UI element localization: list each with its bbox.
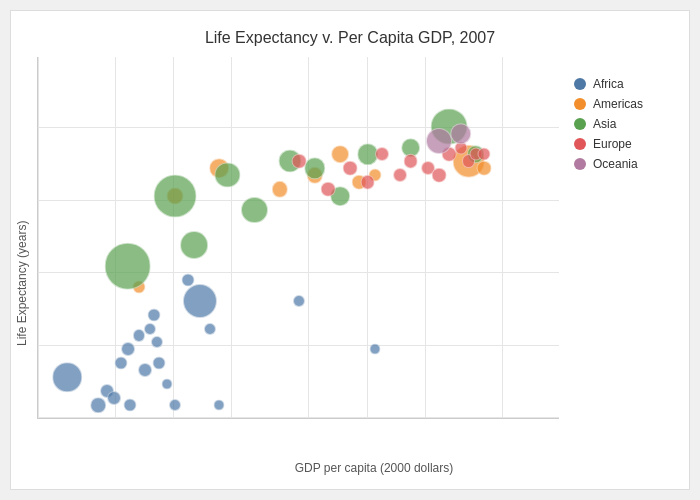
data-bubble — [403, 154, 418, 169]
data-bubble — [450, 123, 471, 144]
data-bubble — [478, 148, 491, 161]
legend-label: Oceania — [593, 157, 638, 171]
grid-line-v — [502, 57, 503, 418]
chart-title: Life Expectancy v. Per Capita GDP, 2007 — [205, 29, 495, 47]
legend-label: Africa — [593, 77, 624, 91]
data-bubble — [183, 284, 217, 318]
plot-area: 4050607080902510002510k25100k — [37, 57, 559, 419]
data-bubble — [432, 168, 447, 183]
grid-line-v — [425, 57, 426, 418]
data-bubble — [292, 154, 307, 169]
legend-item-oceania: Oceania — [574, 157, 669, 171]
data-bubble — [91, 397, 107, 413]
legend-label: Asia — [593, 117, 616, 131]
legend-dot — [574, 118, 586, 130]
data-bubble — [241, 197, 267, 223]
data-bubble — [107, 391, 121, 405]
grid-line-v — [367, 57, 368, 418]
grid-line-h — [38, 127, 559, 128]
data-bubble — [375, 148, 389, 162]
legend-label: Europe — [593, 137, 632, 151]
data-bubble — [162, 379, 173, 390]
legend-item-asia: Asia — [574, 117, 669, 131]
grid-line-v — [38, 57, 39, 418]
data-bubble — [393, 168, 407, 182]
data-bubble — [343, 161, 358, 176]
data-bubble — [53, 362, 83, 392]
grid-line-v — [308, 57, 309, 418]
data-bubble — [104, 243, 151, 290]
data-bubble — [360, 175, 375, 190]
grid-line-h — [38, 417, 559, 418]
data-bubble — [144, 322, 156, 334]
grid-line-h — [38, 345, 559, 346]
x-axis-label: GDP per capita (2000 dollars) — [69, 439, 679, 479]
data-bubble — [477, 161, 492, 176]
grid-line-h — [38, 200, 559, 201]
chart-container: Life Expectancy v. Per Capita GDP, 2007 … — [10, 10, 690, 490]
data-bubble — [215, 163, 240, 188]
legend-dot — [574, 158, 586, 170]
legend-item-americas: Americas — [574, 97, 669, 111]
data-bubble — [124, 399, 137, 412]
data-bubble — [214, 400, 225, 411]
legend-dot — [574, 98, 586, 110]
legend-label: Americas — [593, 97, 643, 111]
data-bubble — [331, 146, 349, 164]
grid-line-v — [231, 57, 232, 418]
legend-item-africa: Africa — [574, 77, 669, 91]
data-bubble — [426, 128, 452, 154]
data-bubble — [148, 308, 161, 321]
legend-item-europe: Europe — [574, 137, 669, 151]
legend-dot — [574, 78, 586, 90]
data-bubble — [138, 363, 152, 377]
legend: AfricaAmericasAsiaEuropeOceania — [559, 57, 679, 419]
data-bubble — [370, 344, 381, 355]
data-bubble — [169, 399, 181, 411]
data-bubble — [151, 336, 163, 348]
grid-line-v — [173, 57, 174, 418]
y-axis-label: Life Expectancy (years) — [11, 57, 37, 479]
data-bubble — [204, 322, 216, 334]
data-bubble — [121, 342, 135, 356]
data-bubble — [180, 231, 208, 259]
data-bubble — [321, 182, 336, 197]
data-bubble — [152, 357, 165, 370]
legend-dot — [574, 138, 586, 150]
data-bubble — [153, 175, 196, 218]
data-bubble — [293, 295, 305, 307]
data-bubble — [271, 181, 287, 197]
data-bubble — [115, 357, 128, 370]
